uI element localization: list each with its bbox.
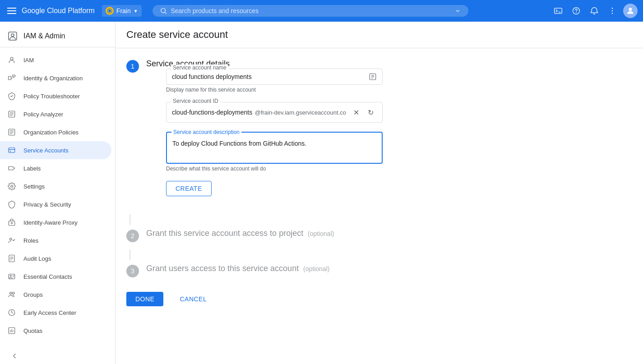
sidebar-item-policy-troubleshooter[interactable]: Policy Troubleshooter <box>0 87 111 105</box>
sidebar-label-iam: IAM <box>23 57 34 64</box>
labels-icon <box>7 164 16 173</box>
identity-aware-proxy-icon <box>7 218 16 227</box>
sidebar-item-iam[interactable]: IAM <box>0 51 111 69</box>
svg-rect-15 <box>9 76 11 80</box>
done-button[interactable]: DONE <box>126 292 163 306</box>
svg-point-0 <box>108 9 111 12</box>
sidebar-item-identity-aware-proxy[interactable]: Identity-Aware Proxy <box>0 213 111 231</box>
search-input[interactable] <box>171 7 450 14</box>
page-title: Create service account <box>126 29 632 41</box>
sidebar-label-settings: Settings <box>23 183 45 190</box>
sidebar-item-quotas[interactable]: Quotas <box>0 322 111 340</box>
svg-point-13 <box>11 34 14 37</box>
sidebar-item-org-policies[interactable]: Organization Policies <box>0 123 111 141</box>
service-account-desc-input[interactable]: To deploy Cloud Functions from GitHub Ac… <box>172 140 376 158</box>
svg-point-30 <box>11 222 13 224</box>
groups-icon <box>7 290 16 299</box>
id-field-label: Service account ID <box>171 98 220 104</box>
step-1-form: Service account name Display name for th… <box>166 69 632 196</box>
clear-id-button[interactable]: ✕ <box>350 106 362 119</box>
create-button[interactable]: CREATE <box>166 181 212 196</box>
sidebar-item-audit-logs[interactable]: Audit Logs <box>0 249 111 267</box>
sidebar-label-labels: Labels <box>23 165 41 172</box>
step-2-title: Grant this service account access to pro… <box>146 229 303 238</box>
svg-point-10 <box>612 13 613 14</box>
service-account-name-field: Service account name Display name for th… <box>166 69 632 93</box>
quotas-icon <box>7 326 16 335</box>
service-accounts-icon <box>7 146 16 155</box>
policy-troubleshooter-icon <box>7 92 16 101</box>
sidebar-label-groups: Groups <box>23 291 43 298</box>
sidebar-label-early-access: Early Access Center <box>23 309 76 316</box>
svg-point-40 <box>10 292 12 295</box>
step-2-subtitle: (optional) <box>308 230 334 237</box>
notifications-button[interactable] <box>587 4 601 18</box>
more-options-button[interactable] <box>605 4 620 18</box>
main-content: Create service account 1 Service account… <box>116 22 643 364</box>
top-nav: Google Cloud Platform Frain ▼ <box>0 0 643 22</box>
essential-contacts-icon <box>7 272 16 281</box>
policy-analyzer-icon <box>7 110 16 119</box>
iam-admin-icon <box>7 31 18 41</box>
sidebar-item-policy-analyzer[interactable]: Policy Analyzer <box>0 105 111 123</box>
desc-field-label: Service account description <box>171 129 241 135</box>
content-body: 1 Service account details Service accoun… <box>116 48 643 324</box>
sidebar-item-essential-contacts[interactable]: Essential Contacts <box>0 267 111 286</box>
org-policies-icon <box>7 128 16 137</box>
sidebar-title: IAM & Admin <box>23 32 65 40</box>
sidebar-item-privacy-security[interactable]: Privacy & Security <box>0 195 111 213</box>
avatar[interactable] <box>623 4 638 18</box>
menu-button[interactable] <box>5 6 18 16</box>
nav-icons <box>551 4 638 18</box>
step-3: 3 Grant users access to this service acc… <box>126 264 632 277</box>
expand-icon <box>454 7 461 14</box>
sidebar-label-quotas: Quotas <box>23 327 42 334</box>
project-name: Frain <box>116 7 131 14</box>
service-account-name-input[interactable] <box>172 73 369 80</box>
project-icon <box>106 7 114 15</box>
sidebar-item-groups[interactable]: Groups <box>0 286 111 304</box>
step-2: 2 Grant this service account access to p… <box>126 229 632 242</box>
collapse-sidebar-button[interactable] <box>7 349 22 363</box>
step-2-number: 2 <box>126 230 139 242</box>
sidebar-item-settings[interactable]: Settings <box>0 177 111 195</box>
svg-point-28 <box>11 185 13 188</box>
project-selector[interactable]: Frain ▼ <box>102 5 142 17</box>
cloud-shell-button[interactable] <box>551 4 565 18</box>
desc-field-hint: Describe what this service account will … <box>166 166 632 172</box>
svg-point-27 <box>10 151 11 152</box>
step-1-number: 1 <box>126 60 139 73</box>
search-icon <box>160 7 167 15</box>
sidebar-item-roles[interactable]: Roles <box>0 231 111 249</box>
brand-name: Google Cloud Platform <box>22 7 95 15</box>
step-1: 1 Service account details Service accoun… <box>126 59 632 207</box>
svg-line-3 <box>165 12 166 14</box>
edit-icon <box>369 73 377 81</box>
roles-icon <box>7 236 16 245</box>
sidebar: IAM & Admin IAM Identity & Organization … <box>0 22 116 364</box>
step-3-subtitle: (optional) <box>303 265 329 272</box>
sidebar-label-service-accounts: Service Accounts <box>23 147 69 154</box>
sidebar-item-identity-org[interactable]: Identity & Organization <box>0 69 111 87</box>
name-field-label: Service account name <box>171 65 228 71</box>
name-field-hint: Display name for this service account <box>166 87 632 93</box>
sidebar-label-privacy-security: Privacy & Security <box>23 201 71 208</box>
sidebar-label-iap: Identity-Aware Proxy <box>23 219 78 226</box>
settings-icon <box>7 182 16 191</box>
sidebar-label-policy-troubleshooter: Policy Troubleshooter <box>23 93 80 100</box>
refresh-id-button[interactable]: ↻ <box>364 106 377 119</box>
cancel-button[interactable]: CANCEL <box>171 292 216 306</box>
page-header: Create service account <box>116 22 643 48</box>
early-access-icon <box>7 308 16 317</box>
sidebar-label-policy-analyzer: Policy Analyzer <box>23 111 63 118</box>
svg-point-41 <box>13 292 15 295</box>
help-button[interactable] <box>569 4 583 18</box>
svg-rect-4 <box>555 8 562 14</box>
sidebar-item-labels[interactable]: Labels <box>0 159 111 177</box>
sidebar-label-audit-logs: Audit Logs <box>23 255 51 262</box>
sidebar-label-org-policies: Organization Policies <box>23 129 79 136</box>
sidebar-item-early-access[interactable]: Early Access Center <box>0 304 111 322</box>
sidebar-label-roles: Roles <box>23 237 38 244</box>
sidebar-item-service-accounts[interactable]: Service Accounts <box>0 141 111 159</box>
service-account-id-input[interactable] <box>172 109 255 116</box>
